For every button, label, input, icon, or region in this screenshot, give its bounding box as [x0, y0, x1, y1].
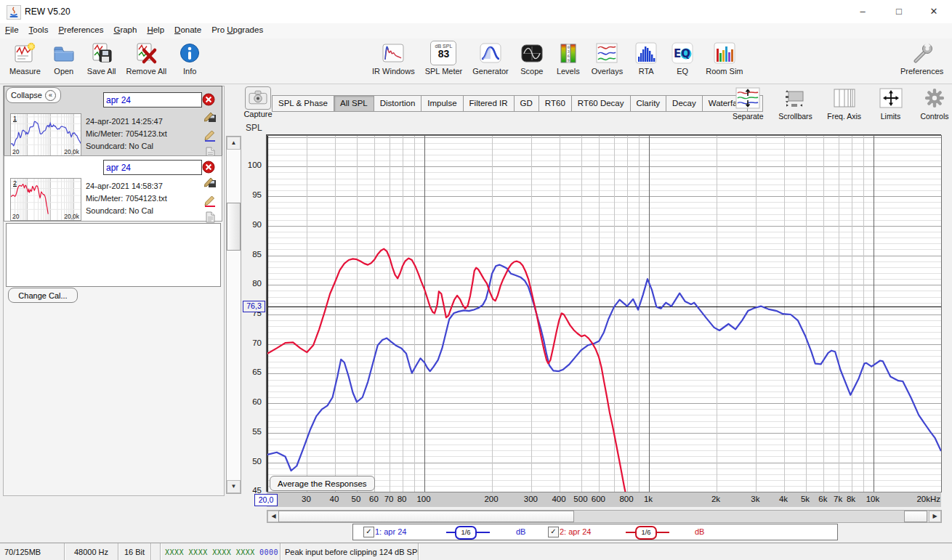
- capture-button[interactable]: [245, 86, 271, 110]
- close-button[interactable]: ✕: [917, 0, 951, 23]
- measurement-notes-input[interactable]: [6, 223, 221, 287]
- tab-gd[interactable]: GD: [515, 95, 539, 112]
- overlays-icon: [594, 40, 620, 66]
- average-responses-button[interactable]: Average the Responses: [270, 476, 375, 491]
- tab-filtered-ir[interactable]: Filtered IR: [464, 95, 515, 112]
- scroll-up-icon[interactable]: ▲: [227, 137, 241, 150]
- toolbar-button-levels[interactable]: 0369Levels: [555, 40, 581, 76]
- trace-2-smoothing-button[interactable]: 1/6: [635, 526, 657, 540]
- scrollbars-label: Scrollbars: [778, 112, 812, 121]
- measurement-2-trace-pencil-icon[interactable]: [203, 194, 217, 207]
- separate-icon: [733, 86, 762, 110]
- toolbar-button-ir-windows[interactable]: IR Windows: [372, 40, 415, 76]
- toolbar-button-spl-meter[interactable]: dB SPL83SPL Meter: [425, 40, 463, 76]
- info-icon: [177, 40, 203, 66]
- measurement-1-name-input[interactable]: [103, 92, 202, 107]
- status-bit-depth: 16 Bit: [118, 543, 151, 560]
- tab-impulse[interactable]: Impulse: [421, 95, 463, 112]
- x-tick-label: 5k: [801, 495, 810, 503]
- scroll-right-icon[interactable]: ▶: [929, 511, 941, 522]
- toolbar-button-save-all[interactable]: Save All: [87, 40, 116, 76]
- menu-item-help[interactable]: Help: [142, 23, 169, 36]
- toolbar-group-center: IR WindowsdB SPL83SPL MeterGeneratorScop…: [367, 40, 749, 76]
- measurement-1-thumbnail[interactable]: 1 20 20,0k: [10, 113, 81, 156]
- measurement-2-delete-button[interactable]: [202, 161, 215, 174]
- measurement-1-number: 1: [13, 115, 17, 122]
- preferences-label: Preferences: [900, 67, 943, 76]
- measurement-2-notes-icon[interactable]: [203, 211, 217, 224]
- toolbar-button-preferences[interactable]: Preferences: [900, 40, 943, 76]
- measurement-1-trace-pencil-icon[interactable]: [203, 129, 217, 142]
- title-bar: REW V5.20 – □ ✕: [0, 0, 952, 24]
- toolbar-button-generator[interactable]: Generator: [472, 40, 509, 76]
- toolbar-button-open[interactable]: Open: [51, 40, 77, 76]
- y-tick-label: 55: [238, 427, 262, 436]
- maximize-button[interactable]: □: [882, 0, 916, 23]
- menu-item-graph[interactable]: Graph: [108, 23, 142, 36]
- toolbar-button-eq[interactable]: EQEQ: [669, 40, 695, 76]
- change-cal-button[interactable]: Change Cal...: [8, 288, 78, 303]
- measurement-2-name-input[interactable]: [103, 160, 202, 175]
- rew-window: REW V5.20 – □ ✕ FileToolsPreferencesGrap…: [0, 0, 952, 560]
- freq-axis-button[interactable]: Freq. Axis: [827, 86, 861, 121]
- menu-item-tools[interactable]: Tools: [24, 23, 54, 36]
- status-sample-rate: 48000 Hz: [65, 543, 118, 560]
- tab-all-spl[interactable]: All SPL: [334, 95, 374, 112]
- frequency-scrollbar-thumb[interactable]: [278, 511, 574, 522]
- menu-item-donate[interactable]: Donate: [169, 23, 206, 36]
- measurement-2-thumbnail[interactable]: 2 20 20,0k: [10, 178, 81, 221]
- spl-plot-area[interactable]: [267, 135, 942, 492]
- x-tick-label: 1k: [644, 495, 653, 503]
- x-tick-label: 400: [552, 495, 565, 503]
- measurement-2-save-icon[interactable]: [203, 175, 217, 188]
- separate-button[interactable]: Separate: [733, 86, 764, 121]
- y-axis-title: SPL: [246, 123, 262, 133]
- controls-button[interactable]: Controls: [920, 86, 949, 121]
- status-empty: [419, 543, 952, 560]
- measurement-2-soundcard: Soundcard: No Cal: [86, 206, 153, 215]
- trace-1-smoothing-button[interactable]: 1/6: [455, 526, 477, 540]
- toolbar-button-scope[interactable]: Scope: [519, 40, 545, 76]
- y-tick-label: 60: [238, 397, 262, 406]
- frequency-scrollbar[interactable]: ◀ ▶: [267, 510, 942, 523]
- toolbar-button-room-sim[interactable]: Room Sim: [706, 40, 743, 76]
- tab-rt60[interactable]: RT60: [539, 95, 572, 112]
- x-tick-label: 3k: [751, 495, 759, 503]
- scrollbars-button[interactable]: Scrollbars: [778, 86, 812, 121]
- toolbar-button-measure[interactable]: Measure: [9, 40, 41, 76]
- eq-icon: EQ: [669, 40, 695, 66]
- measurement-1-save-icon[interactable]: [203, 110, 217, 123]
- toolbar-button-info[interactable]: Info: [177, 40, 203, 76]
- menu-item-pro-upgrades[interactable]: Pro Upgrades: [206, 23, 268, 36]
- tab-clarity[interactable]: Clarity: [631, 95, 667, 112]
- measurement-1-delete-button[interactable]: [202, 93, 215, 106]
- measurement-2-mic: Mic/Meter: 7054123.txt: [86, 194, 167, 203]
- toolbar-button-remove-all[interactable]: Remove All: [126, 40, 167, 76]
- tab-decay[interactable]: Decay: [666, 95, 703, 112]
- frequency-scrollbar-thumb-right[interactable]: [904, 511, 927, 522]
- input-level-digits-blue: 0000 0000: [259, 548, 281, 556]
- toolbar-button-overlays[interactable]: Overlays: [592, 40, 623, 76]
- cursor-y-value: 76,3: [243, 301, 265, 312]
- thumb-xmax-label: 20,0k: [64, 213, 79, 220]
- tab-spl-phase[interactable]: SPL & Phase: [272, 95, 334, 112]
- minimize-button[interactable]: –: [846, 0, 879, 23]
- limits-button[interactable]: Limits: [876, 86, 905, 121]
- toolbar-button-rta[interactable]: RTA: [633, 40, 659, 76]
- tab-distortion[interactable]: Distortion: [374, 95, 422, 112]
- main-toolbar: MeasureOpenSave AllRemove AllInfo IR Win…: [0, 38, 952, 84]
- preferences-icon: [909, 40, 935, 66]
- trace-2-unit-label: dB: [695, 527, 704, 536]
- menu-item-file[interactable]: File: [0, 23, 24, 36]
- measurement-2-datetime: 24-apr-2021 14:58:37: [86, 182, 163, 190]
- trace-2-checkbox[interactable]: ✓: [548, 527, 559, 537]
- collapse-button[interactable]: Collapse «: [6, 87, 61, 103]
- spl-meter-icon: dB SPL83: [430, 40, 456, 66]
- scope-label: Scope: [520, 67, 543, 76]
- tab-rt60-decay[interactable]: RT60 Decay: [572, 95, 631, 112]
- measurement-panel-2[interactable]: 2 20 20,0k 24-apr-2021 14:58:37 Mic/Mete…: [4, 155, 222, 222]
- trace-1-checkbox[interactable]: ✓: [363, 527, 374, 537]
- remove-all-icon: [133, 40, 159, 66]
- menu-item-preferences[interactable]: Preferences: [53, 23, 108, 36]
- measure-label: Measure: [9, 67, 41, 76]
